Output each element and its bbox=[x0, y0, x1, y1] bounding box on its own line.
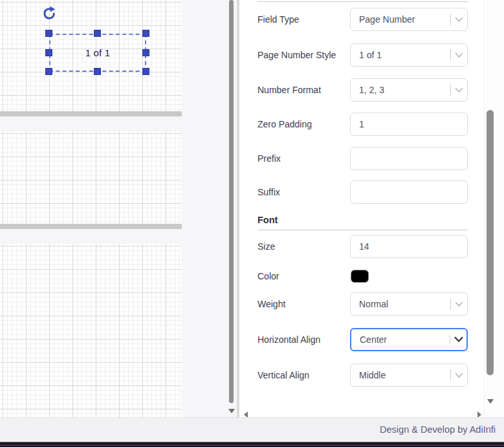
field-row-number-format: Number Format 1, 2, 3 bbox=[257, 78, 468, 102]
zero-padding-label: Zero Padding bbox=[257, 118, 338, 131]
page-number-style-select[interactable]: 1 of 1 bbox=[350, 43, 468, 67]
font-size-field-wrap bbox=[350, 235, 468, 258]
font-section-title: Font bbox=[257, 215, 278, 225]
field-row-vertical-align: Vertical Align Middle bbox=[257, 364, 468, 387]
font-weight-select[interactable]: Normal bbox=[350, 292, 468, 316]
band-separator-bar[interactable] bbox=[0, 111, 182, 116]
font-section-divider bbox=[257, 230, 468, 230]
chevron-down-icon[interactable] bbox=[451, 364, 467, 386]
field-row-font-size: Size bbox=[257, 235, 468, 258]
field-row-font-color: Color bbox=[257, 267, 468, 286]
horizontal-align-label: Horizontal Align bbox=[257, 334, 338, 346]
chevron-down-icon[interactable] bbox=[451, 79, 467, 101]
report-band-footer[interactable] bbox=[0, 244, 182, 417]
chevron-down-icon[interactable] bbox=[451, 293, 467, 315]
font-size-label: Size bbox=[257, 241, 338, 253]
panel-top-divider bbox=[257, 1, 468, 2]
field-row-suffix: Suffix bbox=[257, 180, 468, 204]
prefix-field-wrap bbox=[350, 147, 468, 170]
zero-padding-input[interactable] bbox=[351, 118, 444, 130]
vertical-align-select[interactable]: Middle bbox=[350, 364, 468, 387]
bottom-window-edge bbox=[0, 442, 504, 447]
resize-handle-bottom-center[interactable] bbox=[94, 68, 101, 75]
page-number-field-text: 1 of 1 bbox=[85, 47, 111, 58]
selected-page-number-field[interactable]: 1 of 1 bbox=[49, 34, 146, 72]
canvas-vertical-scrollbar[interactable] bbox=[226, 0, 237, 417]
field-row-field-type: Field Type Page Number bbox=[257, 8, 468, 31]
report-band-detail[interactable] bbox=[0, 131, 182, 224]
resize-handle-bottom-right[interactable] bbox=[142, 68, 149, 75]
band-separator-bar[interactable] bbox=[0, 224, 182, 229]
chevron-down-icon[interactable] bbox=[451, 8, 467, 30]
panel-scroll-down-arrow-icon[interactable] bbox=[487, 399, 494, 404]
field-row-prefix: Prefix bbox=[257, 147, 468, 170]
zero-padding-field-wrap bbox=[350, 113, 468, 136]
resize-handle-mid-right[interactable] bbox=[142, 49, 149, 56]
panel-scrollbar-thumb[interactable] bbox=[487, 110, 494, 375]
properties-panel: Field Type Page Number Page Number Style… bbox=[241, 0, 484, 417]
field-row-horizontal-align: Horizontal Align Center bbox=[257, 328, 468, 351]
suffix-label: Suffix bbox=[257, 186, 338, 199]
canvas-scrollbar-thumb[interactable] bbox=[229, 0, 234, 403]
chevron-down-icon[interactable] bbox=[451, 44, 467, 66]
prefix-label: Prefix bbox=[257, 153, 338, 165]
resize-handle-top-right[interactable] bbox=[142, 30, 149, 37]
report-designer-app: 1 of 1 Field Type Page Number bbox=[0, 0, 504, 447]
number-format-select[interactable]: 1, 2, 3 bbox=[350, 78, 468, 102]
font-size-input[interactable] bbox=[351, 241, 444, 252]
chevron-down-icon[interactable] bbox=[450, 329, 466, 350]
page-number-style-label: Page Number Style bbox=[257, 49, 338, 61]
resize-handle-bottom-left[interactable] bbox=[45, 68, 52, 75]
canvas-panel-divider bbox=[237, 0, 239, 417]
footer-credit-text: Design & Develop by AdiInfi bbox=[380, 418, 496, 442]
footer-bar: Design & Develop by AdiInfi bbox=[0, 417, 504, 442]
resize-handle-top-left[interactable] bbox=[45, 30, 52, 37]
field-row-page-number-style: Page Number Style 1 of 1 bbox=[257, 43, 468, 67]
rotate-handle-icon[interactable] bbox=[41, 5, 57, 22]
suffix-input[interactable] bbox=[351, 186, 444, 198]
field-type-select[interactable]: Page Number bbox=[350, 8, 468, 31]
canvas-scroll-down-arrow-icon[interactable] bbox=[228, 409, 235, 413]
prefix-input[interactable] bbox=[351, 153, 444, 164]
font-color-swatch[interactable] bbox=[351, 270, 369, 283]
resize-handle-mid-left[interactable] bbox=[45, 49, 52, 56]
font-weight-label: Weight bbox=[257, 298, 338, 311]
field-row-font-weight: Weight Normal bbox=[257, 292, 468, 316]
field-row-zero-padding: Zero Padding bbox=[257, 113, 468, 136]
design-canvas[interactable]: 1 of 1 bbox=[0, 0, 237, 417]
number-format-label: Number Format bbox=[257, 84, 338, 96]
suffix-field-wrap bbox=[350, 180, 468, 204]
vertical-align-label: Vertical Align bbox=[257, 369, 338, 382]
panel-vertical-scrollbar[interactable] bbox=[484, 0, 504, 417]
font-color-label: Color bbox=[257, 270, 338, 283]
horizontal-align-select[interactable]: Center bbox=[350, 328, 468, 351]
field-type-label: Field Type bbox=[257, 14, 338, 26]
resize-handle-top-center[interactable] bbox=[94, 30, 101, 37]
